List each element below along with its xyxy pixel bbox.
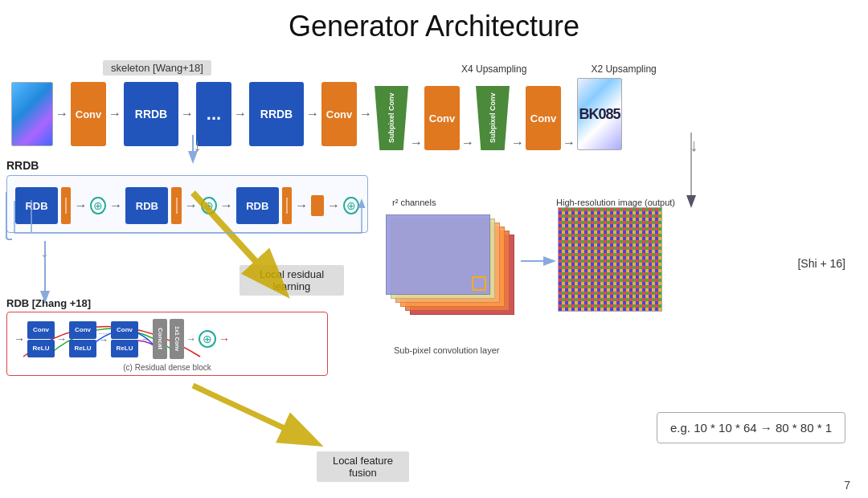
output-image: BK085 bbox=[577, 78, 622, 150]
conv1-box: Conv bbox=[71, 82, 106, 146]
arrow-4: → bbox=[234, 107, 247, 121]
subpixel-layer-label: Sub-pixel convolution layer bbox=[394, 345, 499, 355]
rdb2-box: RDB bbox=[125, 187, 168, 224]
page-title: Generator Architecture bbox=[0, 0, 868, 43]
arrow-10: → bbox=[563, 136, 575, 150]
skeleton-label: skeleton [Wang+18] bbox=[103, 60, 211, 76]
arrow-2: → bbox=[108, 107, 121, 121]
local-feature-fusion-label: Local featurefusion bbox=[317, 451, 409, 482]
arrow-5: → bbox=[306, 107, 319, 121]
plus-circle-2: ⊕ bbox=[201, 197, 217, 214]
svg-line-3 bbox=[193, 386, 313, 442]
local-fusion-arrow bbox=[153, 378, 354, 458]
arrow-3: → bbox=[181, 107, 194, 121]
conv3-box: Conv bbox=[424, 86, 460, 150]
page-number: 7 bbox=[844, 479, 850, 492]
down-arrow-1: ↓ bbox=[193, 135, 202, 156]
rrdb-section-title: RRDB bbox=[6, 159, 368, 172]
relu-small-1: ReLU bbox=[27, 340, 55, 357]
rdb1-box: RDB bbox=[15, 187, 58, 224]
rdb-section-title: RDB [Zhang +18] bbox=[6, 297, 328, 309]
subpixel-conv1: Subpixel Conv bbox=[375, 86, 408, 150]
conv1x1-box: 1x1 Conv bbox=[170, 319, 184, 359]
plus-circle-1: ⊕ bbox=[90, 197, 106, 214]
hires-grid bbox=[558, 207, 662, 312]
input-image bbox=[11, 82, 53, 146]
plus-circle-rdb: ⊕ bbox=[199, 330, 216, 348]
rrdb2-box: RRDB bbox=[249, 82, 304, 146]
rrdb1-box: RRDB bbox=[124, 82, 178, 146]
hires-label: High-resolution image (output) bbox=[556, 198, 675, 207]
local-residual-label: Local residuallearning bbox=[240, 265, 344, 296]
rdb3-box: RDB bbox=[236, 187, 279, 224]
r2-channels-label: r² channels bbox=[392, 198, 436, 207]
arrow-7: → bbox=[410, 136, 423, 150]
conv-small-2: Conv bbox=[69, 321, 96, 339]
conv-small-3: Conv bbox=[111, 321, 138, 339]
formula-box: e.g. 10 * 10 * 64 → 80 * 80 * 1 bbox=[657, 412, 845, 443]
rrdb-inner-row: RDB → ⊕ → RDB → ⊕ → RDB bbox=[15, 187, 359, 224]
down-arrow-2: ↓ bbox=[40, 241, 49, 262]
arrow-6: → bbox=[359, 107, 372, 121]
relu-small-3: ReLU bbox=[111, 340, 138, 357]
conv-small-1: Conv bbox=[27, 321, 55, 339]
arrow-8: → bbox=[461, 136, 474, 150]
plus-circle-3: ⊕ bbox=[343, 197, 359, 214]
subpixel-stack bbox=[386, 210, 538, 335]
subpixel-conv2: Subpixel Conv bbox=[476, 86, 510, 150]
conv2-box: Conv bbox=[321, 82, 357, 146]
relu-small-2: ReLU bbox=[69, 340, 96, 357]
conv4-box: Conv bbox=[526, 86, 561, 150]
concat-box: Concat bbox=[153, 319, 167, 359]
residual-dense-label: (c) Residual dense block bbox=[14, 363, 321, 372]
x2-upsampling-label: X2 Upsampling bbox=[591, 63, 656, 75]
down-arrow-3: ↓ bbox=[690, 135, 698, 156]
arrow-9: → bbox=[511, 136, 524, 150]
shi-label: [Shi + 16] bbox=[797, 257, 845, 270]
svg-rect-8 bbox=[559, 208, 662, 312]
x4-upsampling-label: X4 Upsampling bbox=[461, 63, 526, 75]
arrow-1: → bbox=[55, 107, 68, 121]
